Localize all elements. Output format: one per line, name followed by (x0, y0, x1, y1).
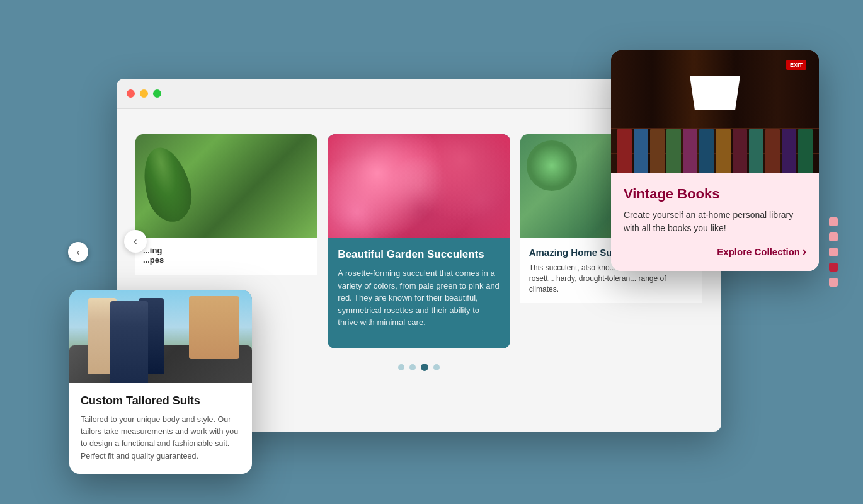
book-spine-9 (749, 129, 763, 173)
traffic-light-red[interactable] (127, 89, 135, 98)
explore-collection-link[interactable]: Explore Collection › (624, 245, 806, 258)
traffic-light-green[interactable] (153, 89, 161, 98)
suits-building (189, 296, 239, 359)
succulents-desc: A rosette-forming succulent that comes i… (338, 267, 500, 329)
book-spine-3 (650, 129, 665, 173)
outer-nav-left-button[interactable]: ‹ (68, 242, 88, 262)
suits-figure1 (88, 298, 117, 374)
carousel-dot-4[interactable] (433, 364, 440, 370)
book-spine-7 (716, 129, 730, 173)
suits-figure2 (139, 298, 164, 374)
side-dot-2[interactable] (829, 232, 838, 241)
card-succulents: Beautiful Garden Succulents A rosette-fo… (328, 134, 510, 348)
explore-collection-label: Explore Collection (717, 246, 800, 257)
suits-image (69, 290, 252, 383)
suits-title: Custom Tailored Suits (81, 394, 241, 408)
book-spine-6 (699, 129, 714, 173)
succulents-body: Beautiful Garden Succulents A rosette-fo… (328, 238, 510, 339)
book-spine-4 (666, 129, 681, 173)
side-dot-4[interactable] (829, 263, 838, 272)
succulents-title: Beautiful Garden Succulents (338, 248, 500, 261)
vintage-books-title: Vintage Books (624, 186, 806, 202)
carousel-prev-button[interactable]: ‹ (124, 230, 147, 253)
carousel-dot-2[interactable] (409, 364, 416, 370)
vintage-books-image: EXIT (611, 50, 819, 173)
vintage-books-card: EXIT Vintage Books Create yourself an at… (611, 50, 819, 271)
suits-body: Custom Tailored Suits Tailored to your u… (69, 383, 252, 474)
exit-sign: EXIT (786, 60, 806, 70)
flower-image (328, 134, 510, 238)
leaf-card-suffix: ...ing...pes (143, 246, 310, 265)
book-spine-12 (798, 129, 813, 173)
book-spine-10 (765, 129, 780, 173)
side-dot-3[interactable] (829, 248, 838, 256)
traffic-light-yellow[interactable] (140, 89, 148, 98)
vintage-books-desc: Create yourself an at-home personal libr… (624, 209, 806, 235)
side-dots (829, 217, 838, 287)
book-spine-2 (634, 129, 648, 173)
leaf-image (135, 134, 317, 238)
carousel-dots (398, 364, 440, 371)
suits-card: Custom Tailored Suits Tailored to your u… (69, 290, 252, 474)
carousel-dot-1[interactable] (398, 364, 404, 370)
book-spines (611, 129, 819, 173)
book-spine-5 (683, 129, 697, 173)
book-spine-11 (782, 129, 796, 173)
book-spine-8 (733, 129, 747, 173)
explore-chevron-icon: › (803, 245, 806, 258)
traffic-lights (127, 89, 161, 98)
suits-desc: Tailored to your unique body and style. … (81, 414, 241, 463)
book-spine-1 (617, 129, 632, 173)
carousel-dot-3[interactable] (421, 364, 428, 371)
side-dot-1[interactable] (829, 217, 838, 226)
side-dot-5[interactable] (829, 278, 838, 287)
vintage-books-body: Vintage Books Create yourself an at-home… (611, 173, 819, 271)
